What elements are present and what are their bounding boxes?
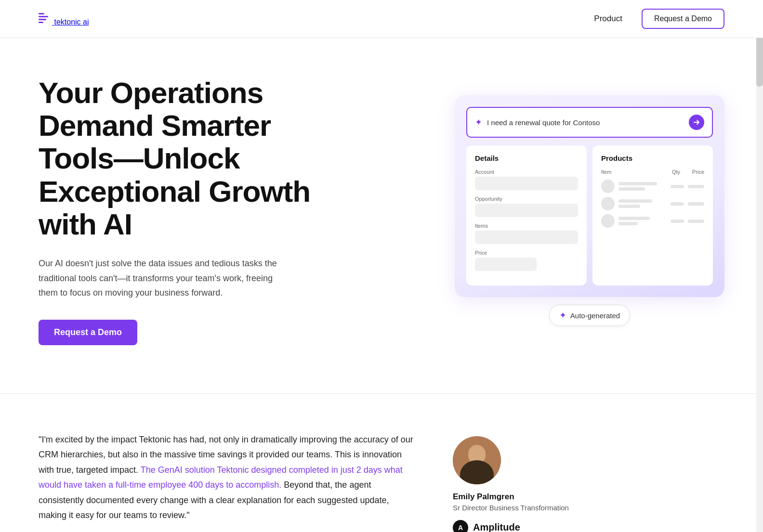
company-name: Amplitude (473, 522, 520, 532)
row-price (688, 185, 704, 188)
svg-point-5 (468, 445, 486, 462)
logo-icon (39, 11, 52, 25)
opportunity-field: Opportunity (475, 196, 578, 217)
sparkle-badge-icon: ✦ (559, 310, 566, 321)
price-field: Price (475, 250, 578, 271)
testimonial-right: Emily Palmgren Sr Director Business Tran… (453, 432, 569, 532)
account-skeleton (475, 177, 578, 190)
nav-right: Product Request a Demo (594, 9, 724, 29)
row-icon (601, 214, 615, 228)
row-price (688, 202, 704, 206)
avatar (453, 436, 501, 484)
svg-rect-1 (39, 16, 48, 17)
svg-point-6 (461, 468, 492, 484)
hero-right: ✦ I need a renewal quote for Contoso Det… (455, 95, 724, 326)
mockup-container: ✦ I need a renewal quote for Contoso Det… (455, 95, 724, 297)
testimonial-text: "I'm excited by the impact Tektonic has … (39, 432, 414, 523)
products-table: Item Qty Price (601, 169, 704, 228)
navbar: tektonic ai Product Request a Demo (0, 0, 763, 38)
person-title-text: Sr Director Business Transformation (453, 504, 569, 512)
row-qty (671, 185, 684, 188)
person-name-text: Emily Palmgren (453, 492, 569, 502)
row-content (618, 217, 667, 225)
items-field: Items (475, 223, 578, 244)
auto-generated-badge: ✦ Auto-generated (549, 305, 630, 326)
row-icon (601, 180, 615, 193)
sparkle-icon: ✦ (475, 117, 482, 128)
hero-title: Your Operations Demand Smarter Tools—Unl… (39, 77, 318, 241)
search-bar[interactable]: ✦ I need a renewal quote for Contoso (466, 107, 713, 138)
person-name: Emily Palmgren Sr Director Business Tran… (453, 492, 569, 512)
items-label: Items (475, 223, 578, 229)
opportunity-skeleton (475, 204, 578, 217)
amplitude-icon: A (453, 520, 468, 532)
hero-subtitle: Our AI doesn't just solve the data issue… (39, 256, 289, 300)
svg-rect-0 (39, 13, 44, 14)
account-label: Account (475, 169, 578, 175)
amplitude-letter: A (458, 524, 463, 532)
table-row (601, 197, 704, 210)
products-panel-title: Products (601, 154, 704, 162)
product-nav-link[interactable]: Product (594, 14, 622, 24)
details-panel: Details Account Opportunity Items (466, 145, 587, 285)
row-qty (671, 220, 684, 223)
products-panel: Products Item Qty Price (592, 145, 713, 285)
row-content (618, 182, 667, 191)
svg-rect-3 (39, 22, 43, 23)
scrollbar-track[interactable] (756, 0, 763, 532)
avatar-image (453, 436, 501, 484)
table-row (601, 180, 704, 193)
hero-left: Your Operations Demand Smarter Tools—Unl… (39, 77, 318, 345)
form-panels: Details Account Opportunity Items (466, 145, 713, 285)
search-submit-icon[interactable] (689, 115, 704, 130)
auto-badge-text: Auto-generated (570, 311, 620, 320)
svg-rect-2 (39, 19, 46, 20)
opportunity-label: Opportunity (475, 196, 578, 202)
hero-cta-button[interactable]: Request a Demo (39, 320, 137, 345)
svg-rect-7 (466, 462, 487, 477)
hero-section: Your Operations Demand Smarter Tools—Unl… (0, 38, 763, 393)
svg-point-4 (453, 436, 501, 484)
nav-cta-button[interactable]: Request a Demo (642, 9, 724, 29)
col-price: Price (684, 169, 704, 175)
logo-text: tektonic ai (54, 18, 89, 26)
row-qty (671, 202, 684, 206)
row-icon (601, 197, 615, 210)
row-price (688, 220, 704, 223)
account-field: Account (475, 169, 578, 190)
company-logo: A Amplitude (453, 520, 520, 532)
col-qty: Qty (663, 169, 680, 175)
table-row (601, 214, 704, 228)
testimonial-section: "I'm excited by the impact Tektonic has … (0, 394, 763, 532)
details-panel-title: Details (475, 154, 578, 162)
search-bar-text: I need a renewal quote for Contoso (487, 118, 684, 127)
logo[interactable]: tektonic ai (39, 11, 89, 26)
price-label: Price (475, 250, 578, 256)
table-header: Item Qty Price (601, 169, 704, 175)
col-item: Item (601, 169, 659, 175)
row-content (618, 199, 667, 208)
testimonial-left: "I'm excited by the impact Tektonic has … (39, 432, 414, 523)
